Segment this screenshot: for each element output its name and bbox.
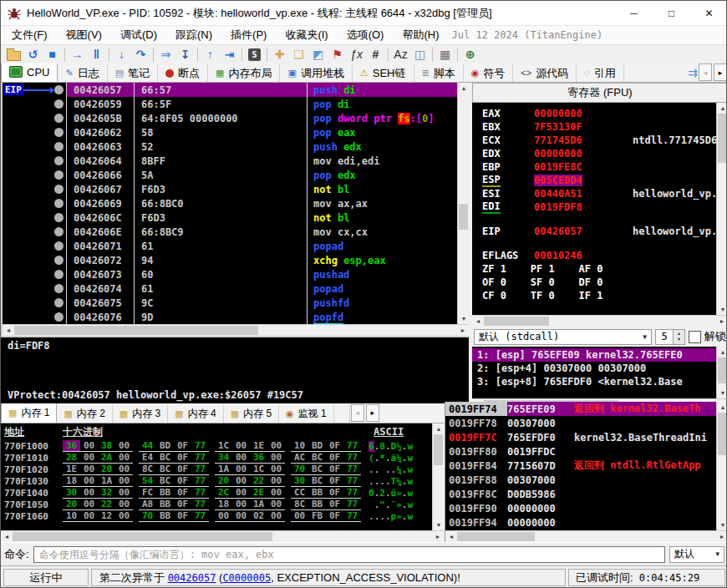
disasm-row[interactable]: 0042605766:57push di	[67, 83, 457, 97]
unlock-checkbox[interactable]	[689, 331, 701, 343]
stack-row[interactable]: 0019FF800019FFDC	[445, 444, 716, 459]
disasm-row[interactable]: 0042606258pop eax	[67, 125, 457, 139]
dump-row[interactable]: 770F10601000120070BB0F770000020000FB0F77…	[1, 510, 432, 522]
scroll-thumb[interactable]	[718, 357, 727, 383]
dump-row[interactable]: 770F104030003200FCBB0F772C002E00CCBB0F77…	[1, 487, 432, 499]
dump-tab-scroll-right[interactable]: ▸	[366, 404, 379, 422]
disasm-row[interactable]: 004260665Apop edx	[67, 168, 457, 182]
gutter-cell[interactable]	[3, 296, 66, 310]
function-analysis-icon[interactable]: ƒx	[347, 46, 366, 63]
unlock-label[interactable]: 解锁	[704, 329, 726, 344]
disasm-row[interactable]: 0042607360pushad	[67, 267, 457, 281]
dump-tab-partial[interactable]	[334, 405, 350, 423]
gutter-cell[interactable]	[3, 111, 66, 125]
gutter-cell[interactable]	[3, 225, 66, 239]
dump-tab[interactable]: ▦内存 5	[224, 405, 279, 423]
tab-memory-map[interactable]: ▦内存布局	[208, 64, 280, 82]
registers-vertical-scrollbar[interactable]: ▲▼	[716, 103, 727, 315]
disasm-row[interactable]: 0042606E66:8BC9mov cx,cx	[67, 225, 457, 239]
step-over-icon[interactable]: ↷	[131, 46, 150, 63]
disasm-row[interactable]: 0042607461popad	[67, 281, 457, 296]
dump-tab[interactable]: ▦内存 3	[113, 405, 168, 423]
scroll-down-icon[interactable]: ▼	[458, 313, 469, 324]
run-icon[interactable]: →	[68, 46, 87, 63]
register-row[interactable]: ESI00440A51helloworld_vp.0	[472, 187, 716, 200]
scroll-right-icon[interactable]: ►	[432, 531, 444, 542]
scroll-track[interactable]	[717, 413, 727, 520]
arg-count-spinner[interactable]: 5▴▾	[655, 329, 685, 345]
tab-breakpoints[interactable]: 断点	[158, 64, 208, 82]
label-icon[interactable]: ◩	[308, 46, 328, 63]
tab-scroll-right[interactable]: ▸	[714, 63, 727, 81]
register-row[interactable]: EDI0019FDF8	[472, 200, 716, 214]
restart-icon[interactable]: ↺	[23, 46, 43, 63]
scylla-icon[interactable]: S	[245, 46, 264, 63]
tab-overflow-icon[interactable]: ⇉	[688, 68, 698, 78]
breakpoint-dot[interactable]	[54, 284, 64, 293]
disasm-row[interactable]: 0042605966:5Fpop di	[67, 97, 457, 111]
breakpoint-dot[interactable]	[54, 185, 64, 194]
stack-arg-row[interactable]: 3: [esp+8] 765EFDF0 <kernel32.Base	[472, 375, 716, 388]
register-row[interactable]: EIP00426057helloworld_vp.0	[472, 225, 716, 238]
menu-item[interactable]: 插件(P)	[221, 28, 276, 43]
calling-convention-select[interactable]: 默认 (stdcall)▼	[474, 329, 652, 345]
menu-item[interactable]: 文件(F)	[3, 28, 57, 43]
breakpoint-dot[interactable]	[54, 114, 64, 123]
command-profile-select[interactable]: 默认 ▼	[669, 546, 724, 563]
dump-row[interactable]: 770F103018001A0054BC0F772000220030BC0F77…	[1, 475, 432, 487]
scroll-thumb[interactable]	[434, 434, 443, 465]
stack-vertical-scrollbar[interactable]: ▲▼	[716, 402, 727, 530]
scroll-track[interactable]	[484, 316, 716, 327]
register-row[interactable]: EFLAGS00010246	[472, 249, 716, 262]
menu-item[interactable]: 选项(O)	[338, 28, 394, 43]
scroll-thumb[interactable]	[457, 532, 535, 541]
disasm-row[interactable]: 0042605B64:8F05 00000000pop dword ptr fs…	[67, 111, 457, 125]
scroll-track[interactable]	[433, 434, 444, 520]
gutter-cell[interactable]	[3, 154, 66, 168]
internet-icon[interactable]: ⊕	[460, 46, 480, 63]
disasm-row[interactable]: 00426067F6D3not bl	[67, 182, 457, 196]
comment-icon[interactable]: ❏	[289, 46, 308, 63]
breakpoint-dot[interactable]	[54, 85, 64, 94]
flags-row[interactable]: ZF 1 PF 1 AF 0	[472, 262, 716, 276]
menu-item[interactable]: 跟踪(N)	[166, 28, 221, 43]
breakpoint-dot[interactable]	[54, 227, 64, 236]
command-input[interactable]	[33, 546, 665, 563]
dump-row[interactable]: 770F10003600380044BD0F771C001E0010BD0F77…	[1, 440, 432, 452]
tab-source[interactable]: <>源代码	[513, 64, 577, 82]
scroll-track[interactable]	[717, 357, 727, 388]
dump-horizontal-scrollbar[interactable]: ◄►	[1, 530, 444, 542]
dump-tab-scroll-left[interactable]: ◂	[351, 404, 364, 422]
step-out-icon[interactable]: ↑	[201, 46, 220, 63]
register-row[interactable]: EBP0019FE8C	[472, 160, 716, 174]
gutter-cell[interactable]	[3, 239, 66, 253]
dump-tab[interactable]: ◉监视 1	[279, 405, 334, 423]
scroll-down-icon[interactable]: ▼	[717, 388, 727, 398]
disasm-row[interactable]: 004260769Dpopfd	[67, 310, 457, 324]
scroll-up-icon[interactable]: ▲	[717, 347, 727, 357]
stack-horizontal-scrollbar[interactable]: ◄►	[445, 530, 727, 542]
exception-code-link[interactable]: C0000005	[222, 572, 271, 584]
gutter-cell[interactable]	[3, 97, 66, 111]
breakpoint-dot[interactable]	[54, 199, 64, 208]
breakpoint-dot[interactable]	[54, 213, 64, 222]
bookmark-icon[interactable]: ⚑	[328, 46, 347, 63]
scroll-left-icon[interactable]: ◄	[3, 325, 14, 336]
gutter-cell[interactable]: EIP	[3, 83, 66, 97]
patch-icon[interactable]: ✚	[270, 46, 289, 63]
stack-row[interactable]: 0019FF8800307000	[445, 473, 716, 487]
gutter-cell[interactable]	[3, 281, 66, 296]
dump-tab[interactable]: ▦内存 1	[1, 403, 57, 423]
stack-row[interactable]: 0019FF74765EFE09返回到 kernel32.BaseTh	[445, 402, 716, 416]
dump-tab[interactable]: ▦内存 4	[168, 405, 223, 423]
disasm-row[interactable]: 004260648BFFmov edi,edi	[67, 154, 457, 168]
dump-row[interactable]: 770F10201E0020008CBC0F771A001C0070BC0F77…	[1, 464, 432, 475]
dump-tab[interactable]: ▦内存 2	[57, 405, 112, 423]
menu-item[interactable]: 视图(V)	[57, 28, 111, 43]
dump-row[interactable]: 770F101028002A00E4BC0F7734003600ACBC0F77…	[1, 452, 432, 464]
tab-cpu[interactable]: CPU	[1, 63, 58, 82]
register-row[interactable]: EBX7F53130F	[472, 120, 716, 134]
gutter-cell[interactable]	[3, 139, 66, 154]
calculator-icon[interactable]: ▦	[435, 46, 455, 63]
pause-icon[interactable]: ‖	[87, 46, 106, 63]
